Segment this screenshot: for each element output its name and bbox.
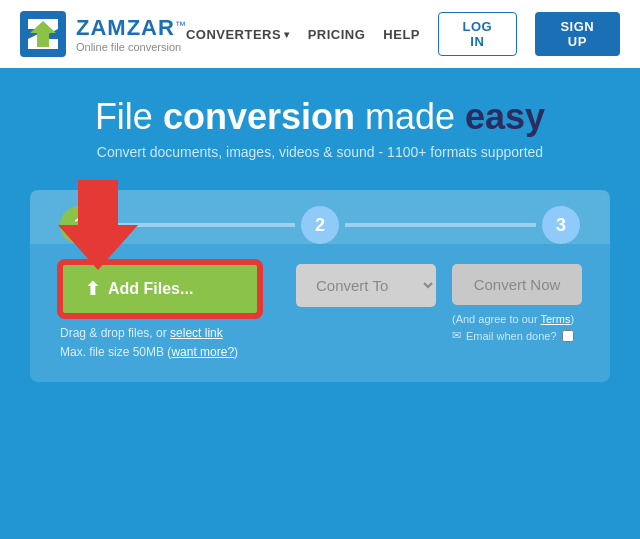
nav-pricing[interactable]: PRICING bbox=[308, 27, 366, 42]
drag-drop-text: Drag & drop files, or select link Max. f… bbox=[60, 324, 280, 362]
logo-name: ZAMZAR™ bbox=[76, 15, 186, 41]
hero-title-made: made bbox=[355, 96, 465, 137]
logo-text: ZAMZAR™ Online file conversion bbox=[76, 15, 186, 53]
convert-now-area: Convert Now (And agree to our Terms) ✉ E… bbox=[452, 262, 582, 342]
convert-now-button[interactable]: Convert Now bbox=[452, 264, 582, 305]
convert-to-select[interactable]: Convert To bbox=[296, 264, 436, 307]
email-label: Email when done? bbox=[466, 330, 557, 342]
nav-converters[interactable]: CONVERTERS ▾ bbox=[186, 27, 290, 42]
email-checkbox[interactable] bbox=[562, 330, 574, 342]
main-nav: CONVERTERS ▾ PRICING HELP LOG IN SIGN UP bbox=[186, 12, 620, 56]
convert-to-area: Convert To bbox=[296, 262, 436, 307]
hero-title: File conversion made easy bbox=[20, 96, 620, 138]
svg-marker-3 bbox=[58, 180, 138, 270]
converter-section: 1 2 3 ⬆ Add Files... Drag & drop files, … bbox=[0, 190, 640, 382]
email-checkbox-area: ✉ Email when done? bbox=[452, 329, 582, 342]
hero-title-file: File bbox=[95, 96, 163, 137]
upload-icon: ⬆ bbox=[85, 278, 100, 300]
terms-text: (And agree to our Terms) bbox=[452, 313, 582, 325]
hero-title-conversion: conversion bbox=[163, 96, 355, 137]
step-2-circle: 2 bbox=[301, 206, 339, 244]
header: ZAMZAR™ Online file conversion CONVERTER… bbox=[0, 0, 640, 68]
nav-help[interactable]: HELP bbox=[383, 27, 420, 42]
hero-subtitle: Convert documents, images, videos & soun… bbox=[20, 144, 620, 160]
logo-tagline: Online file conversion bbox=[76, 41, 186, 53]
hero-section: File conversion made easy Convert docume… bbox=[0, 68, 640, 180]
want-more-link[interactable]: want more? bbox=[171, 345, 234, 359]
add-files-area: ⬆ Add Files... Drag & drop files, or sel… bbox=[60, 262, 280, 362]
add-files-label: Add Files... bbox=[108, 280, 193, 298]
step-line-2 bbox=[345, 223, 536, 227]
hero-title-easy: easy bbox=[465, 96, 545, 137]
logo-area: ZAMZAR™ Online file conversion bbox=[20, 11, 186, 57]
step-3-circle: 3 bbox=[542, 206, 580, 244]
terms-link[interactable]: Terms bbox=[540, 313, 570, 325]
signup-button[interactable]: SIGN UP bbox=[535, 12, 620, 56]
login-button[interactable]: LOG IN bbox=[438, 12, 517, 56]
red-arrow bbox=[58, 180, 138, 274]
email-icon: ✉ bbox=[452, 329, 461, 342]
zamzar-logo-icon bbox=[20, 11, 66, 57]
select-link[interactable]: select link bbox=[170, 326, 223, 340]
converters-dropdown-icon: ▾ bbox=[284, 29, 290, 40]
